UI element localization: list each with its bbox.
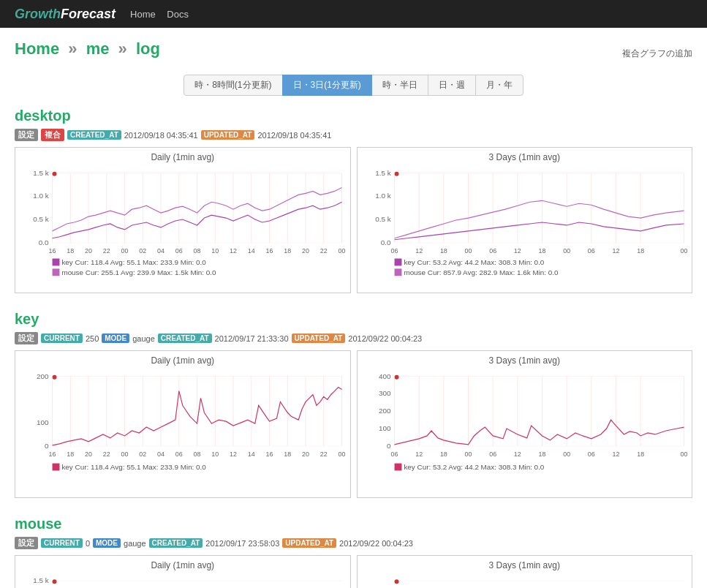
svg-text:200: 200 [37,372,49,380]
svg-text:100: 100 [37,418,49,426]
svg-text:key   Cur: 53.2   Avg: 44.2   : key Cur: 53.2 Avg: 44.2 Max: 308.3 Min: … [404,463,544,471]
add-complex-graph-link[interactable]: 複合グラフの追加 [622,48,692,60]
badge-created-at-value-mouse: 2012/09/17 23:58:03 [205,539,279,548]
section-mouse: mouse 設定 CURRENT 0 MODE gauge CREATED_AT… [15,516,692,588]
svg-text:12: 12 [415,247,423,255]
svg-text:18: 18 [538,247,545,255]
badge-settings-key[interactable]: 設定 [15,332,38,344]
chart-daily-desktop: Daily (1min avg) 1.5 k 1.0 k 0.5 k 0.0 [15,147,351,293]
svg-text:00: 00 [339,451,346,458]
badge-settings-desktop[interactable]: 設定 [15,129,38,141]
svg-text:00: 00 [563,247,570,255]
chart-3days-desktop: 3 Days (1min avg) 1.5 k 1.0 k 0.5 k 0.0 [357,147,693,293]
svg-text:08: 08 [194,247,201,255]
chart-svg-3days-mouse [362,573,688,588]
svg-text:1.0 k: 1.0 k [33,192,48,200]
svg-text:18: 18 [538,451,545,458]
tab-daily-3d[interactable]: 日・3日(1分更新) [282,75,372,96]
breadcrumb-home[interactable]: Home [15,39,59,58]
svg-text:18: 18 [284,451,291,458]
badge-settings-mouse[interactable]: 設定 [15,537,38,549]
svg-text:00: 00 [339,247,346,255]
svg-point-172 [53,579,57,584]
chart-title-daily-desktop: Daily (1min avg) [20,152,346,162]
charts-row-desktop: Daily (1min avg) 1.5 k 1.0 k 0.5 k 0.0 [15,147,692,293]
svg-text:300: 300 [379,389,391,397]
svg-text:00: 00 [680,247,687,255]
svg-text:06: 06 [175,451,183,458]
badge-updated-at-value-desktop: 2012/09/18 04:35:41 [257,131,331,140]
svg-text:0.5 k: 0.5 k [33,215,48,223]
chart-daily-mouse: Daily (1min avg) 1.5 k [15,555,351,588]
svg-text:14: 14 [248,247,255,255]
svg-text:400: 400 [379,372,391,380]
svg-rect-84 [394,268,401,276]
svg-text:20: 20 [302,451,309,458]
tab-hourly-halfday[interactable]: 時・半日 [371,75,428,96]
logo: GrowthForecast [15,7,116,22]
badge-updated-at-label-desktop: UPDATED_AT [201,130,255,140]
chart-title-3days-mouse: 3 Days (1min avg) [362,560,688,570]
svg-text:18: 18 [637,451,644,458]
svg-text:0.0: 0.0 [39,238,49,246]
svg-text:mouse  Cur: 255.1   Avg: 239.9: mouse Cur: 255.1 Avg: 239.9 Max: 1.5k Mi… [61,268,216,276]
svg-rect-46 [53,268,60,276]
svg-text:00: 00 [121,451,129,458]
badge-combined-desktop[interactable]: 複合 [41,129,64,141]
badge-mode-label-key: MODE [102,333,129,343]
breadcrumb-sep2: » [118,39,127,58]
tab-daily-week[interactable]: 日・週 [428,75,476,96]
svg-text:0.0: 0.0 [380,238,390,246]
svg-text:22: 22 [320,451,328,458]
svg-text:16: 16 [266,247,273,255]
badge-created-at-label-mouse: CREATED_AT [149,538,203,548]
tab-monthly-year[interactable]: 月・年 [475,75,523,96]
charts-row-mouse: Daily (1min avg) 1.5 k 3 Days (1min avg) [15,555,692,588]
badge-current-value-mouse: 0 [86,539,90,548]
svg-text:12: 12 [612,247,619,255]
main: Home » me » log 複合グラフの追加 時・8時間(1分更新) 日・3… [0,28,707,588]
header: GrowthForecast Home Docs [0,0,707,28]
svg-text:10: 10 [211,247,219,255]
svg-text:06: 06 [390,451,398,458]
svg-text:18: 18 [637,247,644,255]
section-title-mouse: mouse [15,516,692,532]
svg-point-26 [53,172,57,176]
nav-docs[interactable]: Docs [167,9,189,20]
svg-text:18: 18 [439,451,447,458]
svg-text:06: 06 [587,451,594,458]
svg-text:06: 06 [587,247,594,255]
badges-desktop: 設定 複合 CREATED_AT 2012/09/18 04:35:41 UPD… [15,129,692,141]
svg-text:12: 12 [513,451,521,458]
svg-text:02: 02 [139,247,146,255]
svg-text:20: 20 [302,247,309,255]
svg-text:22: 22 [320,247,328,255]
badge-updated-at-label-mouse: UPDATED_AT [282,538,336,548]
chart-svg-daily-key: 200 100 0 [20,369,346,493]
svg-text:06: 06 [175,247,183,255]
svg-text:00: 00 [121,247,129,255]
badge-mode-value-mouse: gauge [124,539,146,548]
chart-svg-daily-desktop: 1.5 k 1.0 k 0.5 k 0.0 [20,165,346,279]
badge-created-at-value-desktop: 2012/09/18 04:35:41 [124,131,198,140]
tabs-container: 時・8時間(1分更新) 日・3日(1分更新) 時・半日 日・週 月・年 [15,75,692,96]
chart-title-3days-desktop: 3 Days (1min avg) [362,152,688,162]
badge-updated-at-value-mouse: 2012/09/22 00:04:23 [339,539,413,548]
svg-text:12: 12 [230,247,237,255]
svg-text:00: 00 [680,451,687,458]
svg-text:1.5 k: 1.5 k [33,169,48,177]
badges-mouse: 設定 CURRENT 0 MODE gauge CREATED_AT 2012/… [15,537,692,549]
nav-home[interactable]: Home [130,9,156,20]
chart-title-3days-key: 3 Days (1min avg) [362,355,688,366]
tab-hourly-8h[interactable]: 時・8時間(1分更新) [184,75,282,96]
badge-mode-label-mouse: MODE [93,538,121,548]
svg-text:06: 06 [489,247,496,255]
chart-svg-3days-key: 400 300 200 100 0 [362,369,688,493]
svg-text:0: 0 [387,442,391,450]
svg-text:08: 08 [194,451,201,458]
breadcrumb-me[interactable]: me [86,39,110,58]
svg-text:10: 10 [211,451,219,458]
badge-current-value-key: 250 [86,334,99,343]
svg-text:18: 18 [67,451,74,458]
svg-rect-167 [394,464,401,471]
